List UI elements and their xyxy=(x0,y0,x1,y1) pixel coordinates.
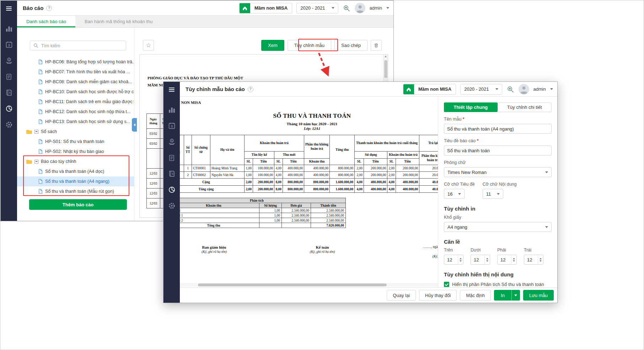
tree-item[interactable]: HP-BC08: Danh sách miễn giảm các khoả... xyxy=(17,77,134,87)
tree-item-label: Sổ thu và thanh toán (A4 ngang) xyxy=(45,179,109,184)
school-year-dropdown[interactable]: 2020 - 2021 xyxy=(460,84,502,95)
table-header-row: Khoản thuSố lượngĐơn giáThành tiền xyxy=(180,203,346,208)
svg-text:$: $ xyxy=(9,91,11,94)
margin-spinner[interactable]: 12 xyxy=(444,255,463,265)
add-report-button[interactable]: Thêm báo cáo xyxy=(29,199,127,210)
document-icon[interactable] xyxy=(163,150,180,166)
favorite-star-button[interactable]: ☆ xyxy=(143,40,154,51)
tree-folder[interactable]: Báo cáo tùy chỉnh xyxy=(17,157,134,166)
tree-item[interactable]: HP-BC13: Danh sách học sinh sử dụng s... xyxy=(17,117,134,127)
chevron-down-icon xyxy=(545,171,548,173)
tree-item[interactable]: HP-S01: Sổ thu và thanh toán xyxy=(17,137,134,147)
checkbox-checked-icon[interactable] xyxy=(444,282,449,287)
settings-gear-icon[interactable] xyxy=(163,198,180,214)
spinner-arrows-icon[interactable] xyxy=(484,255,490,264)
username: admin xyxy=(370,5,382,11)
tree-item[interactable]: HP-BC10: Danh sách học sinh được hỗ trợ … xyxy=(17,87,134,97)
chart-bars-icon[interactable] xyxy=(163,102,180,118)
collapse-minus-icon[interactable] xyxy=(34,130,38,134)
chevron-down-icon[interactable] xyxy=(386,7,389,9)
default-button[interactable]: Mặc định xyxy=(460,290,491,301)
fee-calendar-icon[interactable]: $ xyxy=(1,37,17,53)
cancel-changes-button[interactable]: Hủy thay đổi xyxy=(419,290,457,301)
save-template-button[interactable]: Lưu mẫu xyxy=(523,290,554,301)
search-icon[interactable] xyxy=(343,4,350,12)
fee-calendar-icon[interactable]: $ xyxy=(163,118,180,134)
horizontal-scrollbar[interactable] xyxy=(180,283,439,287)
chart-bars-icon[interactable] xyxy=(1,21,17,37)
collect-money-icon[interactable]: $ xyxy=(1,53,17,69)
customize-template-button[interactable]: Tùy chỉnh mẫu xyxy=(288,40,331,51)
template-name-field[interactable] xyxy=(444,124,552,134)
app-header: Báo cáo ? Mầm non MISA 2020 - 2021 admin xyxy=(17,1,393,16)
tab-report-list[interactable]: Danh sách báo cáo xyxy=(17,16,75,27)
tree-item-label: HP-BC08: Danh sách miễn giảm các khoả... xyxy=(45,79,132,84)
font-select[interactable]: Times New Roman xyxy=(444,167,552,177)
tree-item[interactable]: Sổ thu và thanh toán (A4 ngang) xyxy=(17,176,134,186)
margin-spinner[interactable]: 12 xyxy=(497,255,517,265)
print-dropdown-button[interactable] xyxy=(511,290,520,301)
reports-pie-icon[interactable] xyxy=(1,101,17,117)
delete-button[interactable] xyxy=(371,40,382,51)
tree-item[interactable]: HP-BC06: Bảng tổng hợp số lượng hoàn trả… xyxy=(17,57,134,67)
ledger-book-icon[interactable]: $ xyxy=(1,85,17,101)
table-summary-row: Tổng cộng2,00200.000,008,00800.000,00800… xyxy=(180,186,439,193)
tree-item[interactable]: HP-S02: Nhật ký thu bàn giao xyxy=(17,147,134,157)
tree-item[interactable]: Sổ thu và thanh toán (Mẫu rút gọn) xyxy=(17,186,134,196)
spinner-arrows-icon[interactable] xyxy=(458,255,463,264)
body-size-label: Cỡ chữ Nội dung xyxy=(483,182,517,187)
report-title-field[interactable] xyxy=(444,145,552,155)
avatar[interactable] xyxy=(355,3,365,14)
settings-gear-icon[interactable] xyxy=(1,117,17,133)
collect-money-icon[interactable]: $ xyxy=(163,134,180,150)
search-input[interactable]: Tìm kiếm xyxy=(30,41,126,51)
tab-fee-statistic-codes[interactable]: Ban hành mã thống kê khoản thu xyxy=(75,16,162,27)
tree-folder[interactable]: Sổ sách xyxy=(17,127,134,137)
table-header-row: Ngày thángSố TTSố chứng từHọ và tênKhoản… xyxy=(180,135,439,152)
view-button[interactable]: Xem xyxy=(261,40,284,51)
spinner-arrows-icon[interactable] xyxy=(511,255,516,264)
report-toolbar: ☆ Xem Tùy chỉnh mẫu Sao chép xyxy=(143,40,382,51)
tab-general-settings[interactable]: Thiết lập chung xyxy=(444,102,498,112)
footer-action-bar: Quay lại Hủy thay đổi Mặc định In Lưu mẫ… xyxy=(180,287,557,303)
report-title-label: Tiêu đề báo cáo * xyxy=(444,138,552,143)
collapse-minus-icon[interactable] xyxy=(34,160,38,164)
scrollbar-thumb[interactable] xyxy=(384,60,387,78)
school-year-dropdown[interactable]: 2020 - 2021 xyxy=(296,3,338,14)
chevron-down-icon xyxy=(497,193,500,195)
search-icon[interactable] xyxy=(506,85,514,93)
tree-folder-label: Báo cáo tùy chỉnh xyxy=(41,159,76,164)
sidebar-icons: $$$ xyxy=(1,21,17,133)
margin-spinner[interactable]: 12 xyxy=(471,255,490,265)
margin-spinner[interactable]: 12 xyxy=(524,255,543,265)
margin-value: 12 xyxy=(524,255,538,264)
tab-detail-settings[interactable]: Tùy chỉnh chi tiết xyxy=(498,102,552,112)
spinner-arrows-icon[interactable] xyxy=(538,255,543,264)
print-button[interactable]: In xyxy=(494,290,511,301)
scrollbar-thumb[interactable] xyxy=(198,283,387,286)
menu-icon[interactable] xyxy=(163,82,180,97)
tree-item-label: HP-S01: Sổ thu và thanh toán xyxy=(45,139,104,144)
ledger-book-icon[interactable]: $ xyxy=(163,166,180,182)
tree-item[interactable]: Sổ thu và thanh toán (A4 dọc) xyxy=(17,166,134,176)
title-size-select[interactable]: 16 xyxy=(444,189,465,199)
school-selector[interactable]: Mầm non MISA xyxy=(403,84,456,95)
scroll-up-icon[interactable] xyxy=(385,55,387,57)
tree-item[interactable]: HP-BC11: Danh sách trẻ em mẫu giáo được … xyxy=(17,97,134,107)
tree-item[interactable]: HP-BC12: Danh sách học sinh nộp thừa t..… xyxy=(17,107,134,117)
help-icon[interactable]: ? xyxy=(248,86,253,92)
chevron-down-icon[interactable] xyxy=(550,88,553,90)
avatar[interactable] xyxy=(519,84,529,95)
menu-icon[interactable] xyxy=(1,1,17,16)
paper-size-select[interactable]: A4 ngang xyxy=(444,222,552,232)
reports-pie-icon[interactable] xyxy=(163,182,180,198)
document-icon[interactable] xyxy=(1,69,17,85)
copy-button[interactable]: Sao chép xyxy=(334,40,367,51)
school-selector[interactable]: Mầm non MISA xyxy=(239,3,292,14)
collapse-panel-handle[interactable] xyxy=(132,118,137,132)
help-icon[interactable]: ? xyxy=(46,5,52,11)
table-row: 03/102CT00002Nguyễn Việt Hà1,00100.000,0… xyxy=(180,172,439,179)
back-button[interactable]: Quay lại xyxy=(387,290,416,301)
tree-item[interactable]: HP-BC07: Tình hình thu tiền và xuất hóa … xyxy=(17,67,134,77)
body-size-select[interactable]: 11 xyxy=(483,189,503,199)
